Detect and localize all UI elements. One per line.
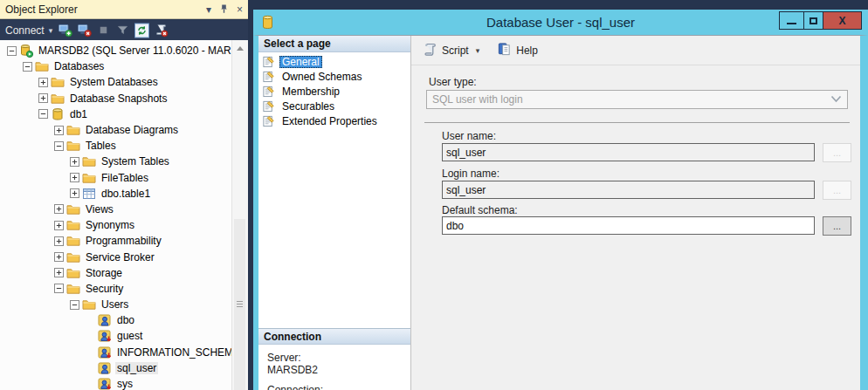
expander-minus-icon[interactable] bbox=[54, 284, 64, 293]
folder-icon bbox=[35, 59, 49, 73]
tree-item[interactable]: FileTables bbox=[0, 170, 231, 186]
object-explorer-toolbar: Connect ▾ bbox=[0, 20, 248, 40]
ssms-window: Object Explorer ▾ × Connect ▾ MARSDB2 (S… bbox=[0, 0, 868, 390]
tree-item[interactable]: dbo bbox=[0, 312, 231, 328]
tree-item[interactable]: Databases bbox=[0, 58, 231, 74]
user-name-browse-button[interactable]: ... bbox=[823, 143, 851, 162]
user-name-input[interactable] bbox=[442, 143, 815, 161]
close-icon[interactable]: × bbox=[237, 4, 243, 15]
dialog-body: Select a page GeneralOwned SchemasMember… bbox=[253, 35, 868, 390]
table-icon bbox=[82, 187, 96, 201]
tree-item-label: db1 bbox=[68, 108, 89, 120]
help-button[interactable]: Help bbox=[497, 42, 538, 59]
script-scroll-icon bbox=[422, 42, 437, 59]
expander-minus-icon[interactable] bbox=[38, 109, 48, 119]
tree-item[interactable]: Database Snapshots bbox=[0, 91, 231, 106]
page-item[interactable]: Owned Schemas bbox=[258, 69, 410, 84]
folder-icon bbox=[51, 75, 65, 89]
expander-plus-icon[interactable] bbox=[54, 221, 64, 230]
script-chevron-icon[interactable]: ▾ bbox=[476, 46, 480, 55]
tree-item[interactable]: guest bbox=[0, 328, 231, 344]
window-position-chevron-icon[interactable]: ▾ bbox=[206, 4, 211, 15]
expander-plus-icon[interactable] bbox=[54, 268, 64, 277]
help-label: Help bbox=[516, 44, 538, 57]
expander-plus-icon[interactable] bbox=[70, 173, 79, 182]
expander-plus-icon[interactable] bbox=[54, 204, 64, 214]
tree-item[interactable]: Tables bbox=[0, 138, 231, 154]
expander-plus-icon[interactable] bbox=[70, 188, 79, 198]
login-name-browse-button[interactable]: ... bbox=[823, 181, 851, 200]
object-explorer-window-buttons: ▾ × bbox=[206, 3, 243, 16]
tree-item[interactable]: sql_user bbox=[0, 360, 231, 376]
pin-icon[interactable] bbox=[219, 3, 229, 16]
tree-item-label: Security bbox=[84, 283, 125, 295]
maximize-button[interactable] bbox=[803, 11, 823, 30]
tree-item-label: Databases bbox=[52, 60, 106, 72]
folder-icon bbox=[51, 92, 65, 106]
expander-plus-icon[interactable] bbox=[54, 252, 64, 262]
expander-minus-icon[interactable] bbox=[23, 62, 32, 72]
dialog-titlebar[interactable]: Database User - sql_user bbox=[253, 10, 868, 35]
user-type-value: SQL user with login bbox=[432, 93, 830, 106]
expander-minus-icon[interactable] bbox=[70, 300, 79, 310]
user-type-select[interactable]: SQL user with login bbox=[426, 90, 848, 109]
minimize-button[interactable] bbox=[779, 11, 804, 30]
page-item-label: General bbox=[279, 56, 322, 68]
tree-item[interactable]: Service Broker bbox=[0, 249, 231, 264]
tree-item[interactable]: dbo.table1 bbox=[0, 186, 231, 202]
tree-item-label: guest bbox=[115, 330, 144, 342]
login-name-input[interactable] bbox=[442, 181, 815, 199]
disconnect-icon[interactable] bbox=[77, 23, 92, 38]
expander-plus-icon[interactable] bbox=[54, 126, 64, 135]
page-item-label: Owned Schemas bbox=[279, 71, 364, 83]
page-item[interactable]: Extended Properties bbox=[258, 113, 410, 128]
default-schema-browse-button[interactable]: ... bbox=[823, 216, 851, 236]
page-item[interactable]: General bbox=[258, 54, 410, 69]
tree-item[interactable]: Synonyms bbox=[0, 217, 231, 233]
filter-icon[interactable] bbox=[115, 23, 130, 38]
tree-item[interactable]: INFORMATION_SCHEMA bbox=[0, 345, 231, 360]
tree-item[interactable]: sys bbox=[0, 376, 231, 390]
tree-item[interactable]: Storage bbox=[0, 265, 231, 281]
tree-item[interactable]: System Tables bbox=[0, 154, 231, 169]
expander-plus-icon[interactable] bbox=[38, 78, 48, 87]
object-explorer-tree: MARSDB2 (SQL Server 11.0.6020 - MARSDDat… bbox=[0, 40, 232, 390]
tree-item-label: Tables bbox=[84, 140, 118, 152]
scroll-up-arrow-icon[interactable] bbox=[237, 46, 244, 51]
tree-item[interactable]: db1 bbox=[0, 106, 231, 122]
scrollbar-thumb[interactable] bbox=[234, 219, 245, 390]
tree-item[interactable]: Users bbox=[0, 297, 231, 312]
connect-button[interactable]: Connect ▾ bbox=[5, 24, 52, 37]
tree-item-label: Storage bbox=[84, 267, 124, 279]
tree-item[interactable]: Views bbox=[0, 202, 231, 217]
expander-minus-icon[interactable] bbox=[54, 141, 64, 151]
server-icon bbox=[19, 44, 33, 58]
expander-plus-icon[interactable] bbox=[38, 93, 48, 103]
tree-item[interactable]: Database Diagrams bbox=[0, 122, 231, 138]
stop-icon[interactable] bbox=[96, 23, 111, 38]
page-item[interactable]: Securables bbox=[258, 99, 410, 113]
expander-minus-icon[interactable] bbox=[7, 46, 17, 56]
object-explorer-titlebar[interactable]: Object Explorer ▾ × bbox=[0, 0, 248, 19]
scrollbar-grip-icon bbox=[237, 301, 243, 307]
folder-icon bbox=[66, 266, 80, 280]
tree-item[interactable]: System Databases bbox=[0, 74, 231, 90]
tree-scrollbar[interactable] bbox=[232, 40, 248, 390]
expander-plus-icon[interactable] bbox=[70, 157, 79, 167]
tree-item[interactable]: Programmability bbox=[0, 233, 231, 249]
connect-object-explorer-icon[interactable] bbox=[58, 23, 72, 38]
folder-icon bbox=[66, 234, 80, 248]
tree-item[interactable]: MARSDB2 (SQL Server 11.0.6020 - MARSD bbox=[0, 43, 231, 58]
script-button[interactable]: Script bbox=[422, 42, 469, 59]
tree-item-label: sql_user bbox=[115, 362, 158, 374]
close-button[interactable] bbox=[823, 11, 862, 30]
tree-item[interactable]: Security bbox=[0, 281, 231, 297]
default-schema-input[interactable] bbox=[442, 216, 815, 235]
script-error-icon[interactable] bbox=[154, 23, 169, 38]
refresh-icon[interactable] bbox=[134, 23, 149, 38]
expander-plus-icon[interactable] bbox=[54, 236, 64, 246]
page-item[interactable]: Membership bbox=[258, 84, 410, 99]
page-item-label: Securables bbox=[279, 100, 337, 113]
folder-icon bbox=[66, 250, 80, 264]
page-icon bbox=[262, 55, 275, 68]
